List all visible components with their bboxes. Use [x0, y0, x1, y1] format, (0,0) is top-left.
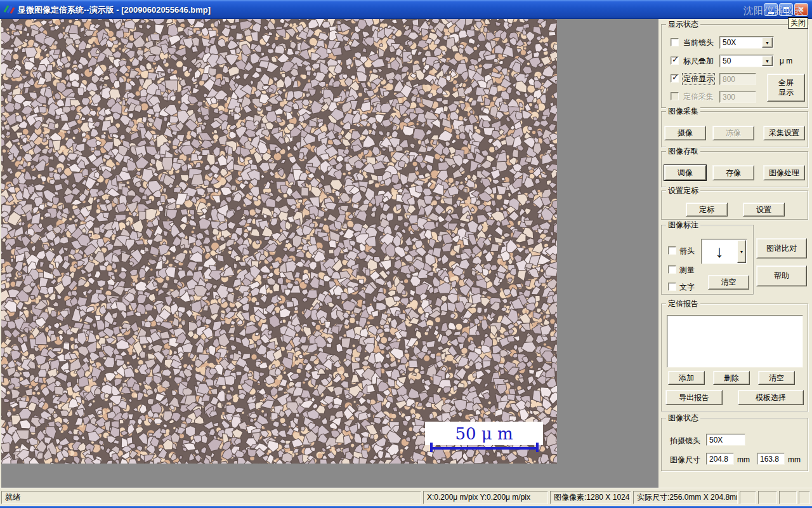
label-fixed-display: 定倍显示	[683, 74, 714, 84]
check-icon: ✓	[672, 55, 679, 64]
window-title: 显微图像定倍系统--演示版 - [20090602055646.bmp]	[18, 4, 211, 16]
scalebar-label-box: 50 μ m	[425, 422, 543, 445]
capture-settings-button[interactable]: 采集设置	[763, 126, 805, 140]
statusbar-panel-empty-1	[740, 491, 756, 504]
export-report-button[interactable]: 导出报告	[665, 390, 723, 405]
restore-icon	[783, 7, 789, 13]
checkbox-current-lens[interactable]	[671, 38, 679, 46]
report-delete-button[interactable]: 删除	[713, 371, 750, 385]
label-width-unit: mm	[737, 455, 750, 465]
calib-settings-button[interactable]: 设置	[743, 203, 785, 217]
label-image-size: 图像尺寸	[670, 455, 700, 465]
caption-buttons: ×	[764, 3, 808, 16]
statusbar-xy-scale: X:0.200μ m/pix Y:0.200μ m/pix	[423, 491, 548, 504]
checkbox-arrow[interactable]	[668, 246, 676, 255]
checkbox-scale-overlay[interactable]: ✓	[671, 57, 679, 65]
close-tooltip: 关闭	[788, 17, 808, 29]
label-fixed-capture: 定倍采集	[683, 92, 714, 102]
checkbox-fixed-display[interactable]: ✓	[671, 74, 679, 83]
group-title: 图像标注	[666, 220, 700, 230]
minimize-icon	[768, 12, 774, 14]
statusbar-panel-empty-2	[758, 491, 777, 504]
label-scale-overlay: 标尺叠加	[683, 57, 714, 66]
image-process-button[interactable]: 图像处理	[763, 165, 805, 180]
label-measure: 测量	[679, 265, 695, 275]
scalebar-tick-right	[536, 443, 539, 452]
scalebar-line	[430, 447, 539, 450]
combo-current-lens-value: 50X	[723, 38, 736, 47]
app-icon	[3, 4, 15, 15]
checkbox-text[interactable]	[668, 283, 676, 291]
group-title: 图像存取	[666, 147, 700, 156]
edit-fixed-display: 800	[719, 73, 756, 85]
combo-scale-value[interactable]: 50 ▼	[719, 55, 774, 67]
check-icon: ✓	[672, 73, 679, 82]
group-display-status: 显示状态 当前镜头 50X ▼ ✓ 标尺叠加 50 ▼ μ m ✓ 定倍显示 8…	[661, 24, 808, 108]
template-select-button[interactable]: 模板选择	[738, 390, 804, 405]
group-image-status: 图像状态 拍摄镜头 50X 图像尺寸 204.8 mm 163.8 mm	[661, 418, 808, 471]
control-panel: 显示状态 当前镜头 50X ▼ ✓ 标尺叠加 50 ▼ μ m ✓ 定倍显示 8…	[658, 19, 811, 488]
save-image-button[interactable]: 存像	[712, 165, 754, 180]
combo-current-lens[interactable]: 50X ▼	[719, 36, 774, 49]
label-scale-unit: μ m	[780, 57, 792, 66]
label-shoot-lens: 拍摄镜头	[670, 436, 700, 446]
label-text: 文字	[679, 283, 695, 292]
restore-button[interactable]	[779, 3, 793, 16]
group-calibration: 设置定标 定标 设置	[661, 190, 808, 220]
title-bar[interactable]: 显微图像定倍系统--演示版 - [20090602055646.bmp] × 沈…	[0, 0, 812, 19]
calibrate-button[interactable]: 定标	[686, 203, 728, 217]
freeze-button: 冻像	[712, 126, 754, 140]
label-height-unit: mm	[788, 455, 801, 465]
group-annotation: 图像标注 箭头 测量 文字 ↓ ▼ 清空	[661, 225, 754, 295]
group-title: 显示状态	[666, 20, 700, 29]
edit-fixed-capture: 300	[719, 91, 756, 103]
group-image-capture: 图像采集 摄像 冻像 采集设置	[661, 111, 808, 147]
dropdown-icon[interactable]: ▼	[737, 240, 746, 263]
close-button[interactable]: ×	[794, 3, 808, 16]
combo-scale-value-text: 50	[723, 57, 731, 65]
image-viewer: 50 μ m	[1, 19, 658, 488]
client-area: 50 μ m 显示状态 当前镜头 50X ▼ ✓ 标尺叠加 50 ▼ μ m ✓…	[0, 19, 812, 488]
camera-button[interactable]: 摄像	[664, 126, 706, 140]
edit-image-width[interactable]: 204.8	[706, 453, 734, 465]
marker-style-combo[interactable]: ↓ ▼	[701, 239, 747, 264]
statusbar-ready: 就绪	[1, 491, 421, 504]
clear-annotations-button[interactable]: 清空	[708, 275, 749, 290]
dropdown-icon[interactable]: ▼	[762, 56, 773, 66]
minimize-button[interactable]	[764, 3, 778, 16]
group-title: 图像采集	[666, 107, 700, 116]
load-image-button[interactable]: 调像	[664, 165, 706, 180]
fullscreen-label-1: 全屏	[778, 78, 794, 88]
dropdown-icon[interactable]: ▼	[762, 37, 773, 48]
close-icon: ×	[799, 4, 804, 15]
micrograph-image	[1, 19, 557, 464]
statusbar-panel-empty-4	[799, 491, 810, 504]
fullscreen-label-2: 显示	[778, 88, 794, 97]
group-title: 图像状态	[666, 413, 700, 423]
statusbar-actual-size: 实际尺寸:256.0mm X 204.8mm	[633, 491, 738, 504]
report-add-button[interactable]: 添加	[668, 371, 705, 385]
checkbox-fixed-capture	[671, 92, 679, 100]
report-listbox[interactable]	[667, 315, 803, 368]
status-bar: 就绪 X:0.200μ m/pix Y:0.200μ m/pix 图像像素:12…	[0, 488, 812, 506]
statusbar-panel-empty-3	[779, 491, 797, 504]
edit-shoot-lens[interactable]: 50X	[706, 434, 745, 446]
scalebar-text: 50 μ m	[455, 424, 513, 443]
checkbox-measure[interactable]	[668, 265, 676, 274]
group-title: 定倍报告	[666, 299, 700, 309]
edit-image-height[interactable]: 163.8	[757, 453, 785, 465]
group-title: 设置定标	[666, 186, 700, 196]
label-current-lens: 当前镜头	[683, 38, 714, 48]
app-window: { "window": { "title": "显微图像定倍系统--演示版 - …	[0, 0, 812, 508]
atlas-compare-button[interactable]: 图谱比对	[756, 238, 807, 258]
marker-arrow-icon: ↓	[702, 239, 737, 264]
statusbar-image-pixels: 图像像素:1280 X 1024	[550, 491, 631, 504]
fullscreen-button[interactable]: 全屏 显示	[767, 74, 805, 102]
group-report: 定倍报告 添加 删除 清空 导出报告 模板选择	[661, 304, 808, 411]
help-button[interactable]: 帮助	[756, 265, 807, 286]
report-clear-button[interactable]: 清空	[758, 371, 795, 385]
label-arrow: 箭头	[679, 246, 695, 256]
group-image-storage: 图像存取 调像 存像 图像处理	[661, 151, 808, 187]
scalebar-tick-left	[430, 443, 433, 452]
